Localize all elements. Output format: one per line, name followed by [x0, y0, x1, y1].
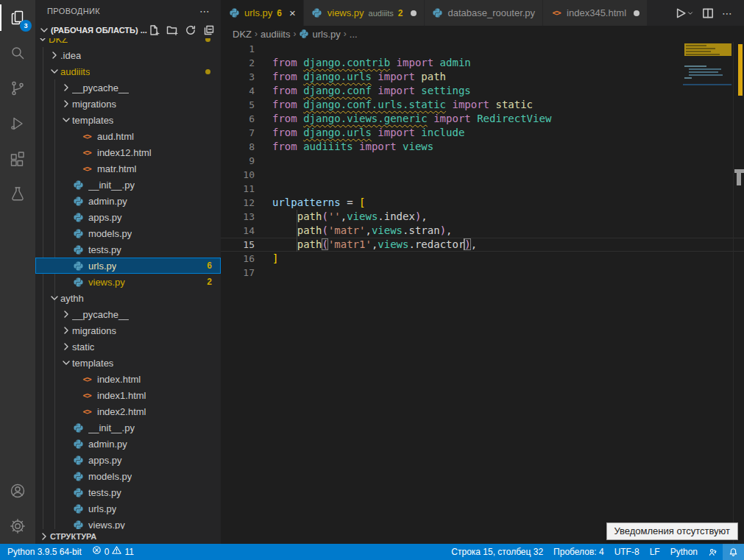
- tree-file-aud.html[interactable]: <>aud.html: [35, 128, 221, 144]
- run-button[interactable]: [673, 7, 694, 20]
- tree-file-index.html[interactable]: <>index.html: [35, 371, 221, 387]
- tree-file-matr.html[interactable]: <>matr.html: [35, 160, 221, 177]
- code-line-7[interactable]: 7from django.urls import include: [221, 126, 744, 140]
- tree-file-apps.py[interactable]: apps.py: [35, 209, 221, 225]
- chevron-down-icon[interactable]: [60, 114, 72, 126]
- cursor-position-status[interactable]: Строка 15, столбец 32: [446, 544, 548, 560]
- new-file-icon[interactable]: [148, 24, 160, 36]
- chevron-down-icon[interactable]: [37, 38, 49, 45]
- tree-folder-static[interactable]: static: [35, 339, 221, 355]
- activity-testing-icon[interactable]: [0, 177, 35, 212]
- more-actions-icon[interactable]: ⋯: [722, 7, 735, 20]
- editor-scrollbar[interactable]: [733, 42, 744, 544]
- activity-account-icon[interactable]: [0, 473, 35, 508]
- code-line-17[interactable]: 17: [221, 266, 744, 280]
- chevron-down-icon[interactable]: [49, 292, 60, 304]
- modified-dot-icon[interactable]: [411, 10, 417, 16]
- encoding-status[interactable]: UTF-8: [609, 544, 645, 560]
- tree-folder-__pycache__[interactable]: __pycache__: [35, 79, 221, 96]
- tab-index345.html[interactable]: <>index345.html: [543, 0, 648, 26]
- tree-file-views.py[interactable]: views.py2: [35, 274, 221, 290]
- activity-source-control-icon[interactable]: [0, 71, 35, 106]
- tree-folder-migrations[interactable]: migrations: [35, 96, 221, 112]
- tree-file-tests.py[interactable]: tests.py: [35, 241, 221, 258]
- notifications-bell-icon[interactable]: [723, 544, 744, 560]
- outline-section-header[interactable]: СТРУКТУРА: [35, 529, 221, 544]
- language-mode-status[interactable]: Python: [665, 544, 703, 560]
- activity-settings-icon[interactable]: [0, 508, 35, 544]
- new-folder-icon[interactable]: [166, 24, 178, 36]
- tree-file-models.py[interactable]: models.py: [35, 225, 221, 241]
- tree-file-index2.html[interactable]: <>index2.html: [35, 403, 221, 419]
- tree-folder-audiiits[interactable]: audiiits: [35, 63, 221, 79]
- tree-file-__init__.py[interactable]: __init__.py: [35, 177, 221, 193]
- code-line-3[interactable]: 3from django.urls import path: [221, 70, 744, 84]
- tree-file-views.py[interactable]: views.py: [35, 517, 221, 529]
- tree-file-index12.html[interactable]: <>index12.html: [35, 144, 221, 160]
- breadcrumb-item[interactable]: urls.py: [299, 29, 340, 40]
- tree-folder-templates[interactable]: templates: [35, 355, 221, 371]
- tree-file-models.py[interactable]: models.py: [35, 468, 221, 484]
- chevron-right-icon[interactable]: [60, 341, 72, 352]
- tab-urls.py[interactable]: urls.py6×: [221, 0, 304, 26]
- tree-file-urls.py[interactable]: urls.py6: [35, 258, 221, 274]
- chevron-right-icon[interactable]: [60, 98, 72, 110]
- chevron-right-icon[interactable]: [49, 49, 60, 61]
- problems-status[interactable]: 0 11: [87, 544, 139, 560]
- feedback-icon[interactable]: [703, 544, 723, 560]
- code-line-4[interactable]: 4from django.conf import settings: [221, 84, 744, 98]
- code-line-11[interactable]: 11: [221, 182, 744, 196]
- code-line-14[interactable]: 14 path('matr',views.stran),: [221, 224, 744, 238]
- breadcrumb-item[interactable]: audiiits: [261, 29, 290, 40]
- code-line-5[interactable]: 5from django.conf.urls.static import sta…: [221, 98, 744, 112]
- explorer-more-actions-icon[interactable]: ⋯: [199, 5, 210, 17]
- code-line-1[interactable]: 1: [221, 42, 744, 56]
- tree-file-__init__.py[interactable]: __init__.py: [35, 419, 221, 436]
- tree-file-urls.py[interactable]: urls.py: [35, 500, 221, 517]
- activity-run-debug-icon[interactable]: [0, 106, 35, 141]
- tree-file-admin.py[interactable]: admin.py: [35, 436, 221, 452]
- activity-extensions-icon[interactable]: [0, 141, 35, 177]
- tree-file-index1.html[interactable]: <>index1.html: [35, 387, 221, 403]
- code-line-10[interactable]: 10: [221, 168, 744, 182]
- breadcrumb-item[interactable]: ...: [350, 29, 358, 40]
- run-dropdown-icon[interactable]: [687, 7, 694, 20]
- code-line-12[interactable]: 12urlpatterns = [: [221, 196, 744, 210]
- tree-folder-__pycache__[interactable]: __pycache__: [35, 306, 221, 322]
- python-interpreter-status[interactable]: Python 3.9.5 64-bit: [0, 544, 87, 560]
- modified-dot-icon[interactable]: [634, 10, 640, 16]
- tree-file-apps.py[interactable]: apps.py: [35, 452, 221, 468]
- refresh-icon[interactable]: [185, 24, 196, 36]
- code-editor[interactable]: 12from django.contrib import admin3from …: [221, 42, 744, 544]
- workspace-section-header[interactable]: (РАБОЧАЯ ОБЛАСТЬ) ...: [35, 22, 221, 38]
- chevron-right-icon[interactable]: [60, 325, 72, 336]
- tree-folder-.idea[interactable]: .idea: [35, 47, 221, 63]
- breadcrumb-item[interactable]: DKZ: [233, 29, 252, 40]
- chevron-down-icon[interactable]: [49, 65, 60, 77]
- tree-file-admin.py[interactable]: admin.py: [35, 193, 221, 209]
- tree-folder-aythh[interactable]: aythh: [35, 290, 221, 306]
- activity-search-icon[interactable]: [0, 35, 35, 71]
- indentation-status[interactable]: Пробелов: 4: [548, 544, 609, 560]
- eol-status[interactable]: LF: [645, 544, 665, 560]
- code-line-9[interactable]: 9: [221, 154, 744, 168]
- collapse-all-icon[interactable]: [203, 24, 215, 36]
- code-line-8[interactable]: 8from audiiits import views: [221, 140, 744, 154]
- tab-database_roouter.py[interactable]: database_roouter.py: [425, 0, 544, 26]
- code-line-2[interactable]: 2from django.contrib import admin: [221, 56, 744, 70]
- chevron-right-icon[interactable]: [60, 308, 72, 320]
- tab-views.py[interactable]: views.pyaudiiits2: [304, 0, 425, 26]
- code-line-6[interactable]: 6from django.views.generic import Redire…: [221, 112, 744, 126]
- chevron-right-icon[interactable]: [60, 82, 72, 93]
- tree-folder-DKZ[interactable]: DKZ: [35, 38, 221, 47]
- code-line-16[interactable]: 16]: [221, 252, 744, 266]
- tree-folder-templates[interactable]: templates: [35, 112, 221, 128]
- tree-folder-migrations[interactable]: migrations: [35, 322, 221, 339]
- chevron-down-icon[interactable]: [60, 357, 72, 369]
- activity-explorer-icon[interactable]: 3: [0, 0, 35, 35]
- code-line-15[interactable]: 15 path('matr1',views.redactor),: [221, 238, 744, 252]
- close-icon[interactable]: ×: [289, 7, 296, 19]
- split-editor-icon[interactable]: [701, 7, 715, 20]
- minimap[interactable]: [683, 42, 733, 544]
- code-line-13[interactable]: 13 path('',views.index),: [221, 210, 744, 224]
